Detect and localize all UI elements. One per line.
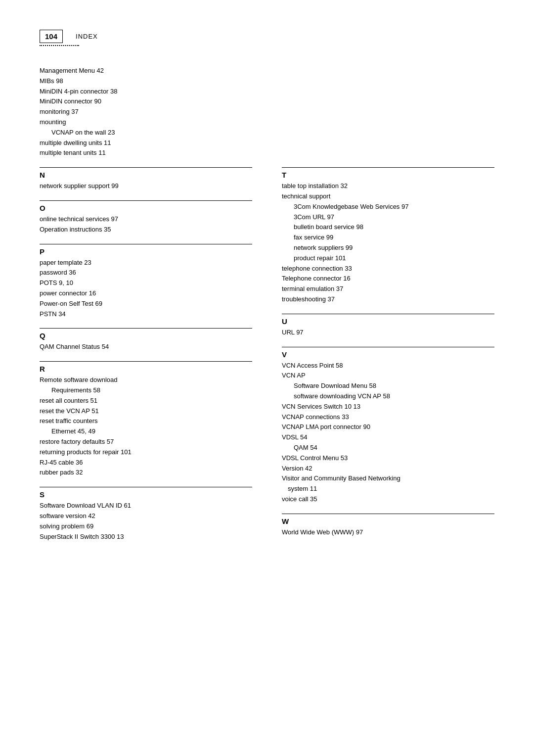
- entry-2-6: VCNAP LMA port connector 90: [282, 422, 494, 432]
- entry-1-0: online technical services 97: [40, 214, 252, 225]
- section-letter: T: [282, 171, 494, 179]
- entry-2-1: password 36: [40, 268, 252, 278]
- left-section-r: RRemote software downloadRequirements 58…: [40, 361, 252, 478]
- entry-4-8: RJ-45 cable 36: [40, 458, 252, 468]
- entry-2-5: PSTN 34: [40, 309, 252, 320]
- right-section-t: Ttable top installation 32technical supp…: [282, 167, 494, 305]
- index-columns: Nnetwork supplier support 99Oonline tech…: [40, 167, 494, 551]
- entry-2-8: QAM 54: [282, 443, 494, 453]
- entry-4-7: returning products for repair 101: [40, 447, 252, 458]
- entry-0-8: telephone connection 33: [282, 264, 494, 274]
- entry-0-2: 3Com Knowledgebase Web Services 97: [282, 202, 494, 212]
- entry-0-0: network supplier support 99: [40, 181, 252, 191]
- entry-4-9: rubber pads 32: [40, 468, 252, 478]
- entry-2-4: VCN Services Switch 10 13: [282, 402, 494, 412]
- section-divider: [40, 328, 252, 329]
- section-letter: W: [282, 517, 494, 525]
- left-section-q: QQAM Channel Status 54: [40, 328, 252, 352]
- page-number: 104: [40, 30, 63, 43]
- entry-0-11: troubleshooting 37: [282, 294, 494, 305]
- entry-2-3: power connector 16: [40, 288, 252, 299]
- entry-2-12: system 11: [282, 484, 494, 494]
- right-section-u: UURL 97: [282, 314, 494, 338]
- left-column: Nnetwork supplier support 99Oonline tech…: [40, 167, 252, 551]
- entry-2-3: software downloading VCN AP 58: [282, 391, 494, 402]
- entry-4-3: reset the VCN AP 51: [40, 406, 252, 417]
- section-divider: [40, 361, 252, 362]
- top-entry-5: mounting: [40, 117, 494, 128]
- entry-2-13: voice call 35: [282, 494, 494, 505]
- top-entry-1: MIBs 98: [40, 76, 494, 87]
- section-divider: [40, 487, 252, 487]
- section-letter: O: [40, 204, 252, 212]
- section-letter: N: [40, 171, 252, 179]
- entry-2-7: VDSL 54: [282, 432, 494, 443]
- section-divider: [282, 314, 494, 314]
- entry-1-0: URL 97: [282, 328, 494, 338]
- entry-3-0: QAM Channel Status 54: [40, 342, 252, 352]
- section-divider: [40, 167, 252, 168]
- left-section-o: Oonline technical services 97Operation i…: [40, 200, 252, 235]
- section-letter: R: [40, 365, 252, 373]
- left-section-n: Nnetwork supplier support 99: [40, 167, 252, 191]
- top-entry-3: MiniDIN connector 90: [40, 96, 494, 107]
- section-letter: S: [40, 490, 252, 499]
- top-entry-4: monitoring 37: [40, 107, 494, 117]
- top-entry-7: multiple dwelling units 11: [40, 138, 494, 148]
- section-letter: U: [282, 317, 494, 326]
- entry-0-7: product repair 101: [282, 253, 494, 264]
- entry-5-3: SuperStack II Switch 3300 13: [40, 532, 252, 542]
- dotted-divider: [40, 45, 79, 46]
- left-section-p: Ppaper template 23password 36POTS 9, 10p…: [40, 244, 252, 320]
- entry-4-2: reset all counters 51: [40, 396, 252, 406]
- entry-0-1: technical support: [282, 191, 494, 202]
- entry-2-2: Software Download Menu 58: [282, 381, 494, 391]
- entry-5-0: Software Download VLAN ID 61: [40, 501, 252, 511]
- entry-0-10: terminal emulation 37: [282, 284, 494, 294]
- section-letter: Q: [40, 331, 252, 340]
- entry-2-11: Visitor and Community Based Networking: [282, 473, 494, 484]
- entry-5-1: software version 42: [40, 511, 252, 521]
- section-letter: V: [282, 350, 494, 359]
- entry-2-0: VCN Access Point 58: [282, 361, 494, 371]
- entry-0-4: bulletin board service 98: [282, 222, 494, 233]
- page-label: INDEX: [76, 33, 98, 40]
- entry-3-0: World Wide Web (WWW) 97: [282, 527, 494, 538]
- entry-4-1: Requirements 58: [40, 385, 252, 396]
- entry-0-5: fax service 99: [282, 233, 494, 243]
- page-header: 104 INDEX: [40, 30, 494, 46]
- entry-4-6: restore factory defaults 57: [40, 437, 252, 447]
- entry-2-10: Version 42: [282, 464, 494, 474]
- top-entry-2: MiniDIN 4-pin connector 38: [40, 87, 494, 97]
- section-letter: P: [40, 247, 252, 256]
- section-divider: [40, 200, 252, 201]
- top-entries-list: Management Menu 42MIBs 98MiniDIN 4-pin c…: [40, 66, 494, 158]
- entry-2-4: Power-on Self Test 69: [40, 299, 252, 309]
- top-entry-6: VCNAP on the wall 23: [40, 128, 494, 138]
- section-divider: [282, 347, 494, 347]
- right-column: Ttable top installation 32technical supp…: [282, 167, 494, 551]
- right-section-v: VVCN Access Point 58VCN APSoftware Downl…: [282, 347, 494, 505]
- top-entry-0: Management Menu 42: [40, 66, 494, 76]
- entry-2-0: paper template 23: [40, 258, 252, 268]
- entry-0-0: table top installation 32: [282, 181, 494, 191]
- right-section-w: WWorld Wide Web (WWW) 97: [282, 514, 494, 538]
- entry-4-0: Remote software download: [40, 375, 252, 385]
- entry-1-1: Operation instructions 35: [40, 225, 252, 235]
- entry-2-2: POTS 9, 10: [40, 278, 252, 288]
- section-divider: [40, 244, 252, 244]
- section-divider: [282, 167, 494, 168]
- left-section-s: SSoftware Download VLAN ID 61software ve…: [40, 487, 252, 542]
- entry-5-2: solving problem 69: [40, 521, 252, 532]
- entry-4-4: reset traffic counters: [40, 416, 252, 426]
- entry-2-9: VDSL Control Menu 53: [282, 453, 494, 464]
- entry-4-5: Ethernet 45, 49: [40, 426, 252, 437]
- entry-2-1: VCN AP: [282, 371, 494, 381]
- top-entry-8: multiple tenant units 11: [40, 148, 494, 158]
- entry-2-5: VCNAP connections 33: [282, 412, 494, 423]
- entry-0-9: Telephone connector 16: [282, 274, 494, 284]
- section-divider: [282, 514, 494, 514]
- entry-0-3: 3Com URL 97: [282, 212, 494, 223]
- m-section: Management Menu 42MIBs 98MiniDIN 4-pin c…: [40, 66, 494, 158]
- entry-0-6: network suppliers 99: [282, 243, 494, 253]
